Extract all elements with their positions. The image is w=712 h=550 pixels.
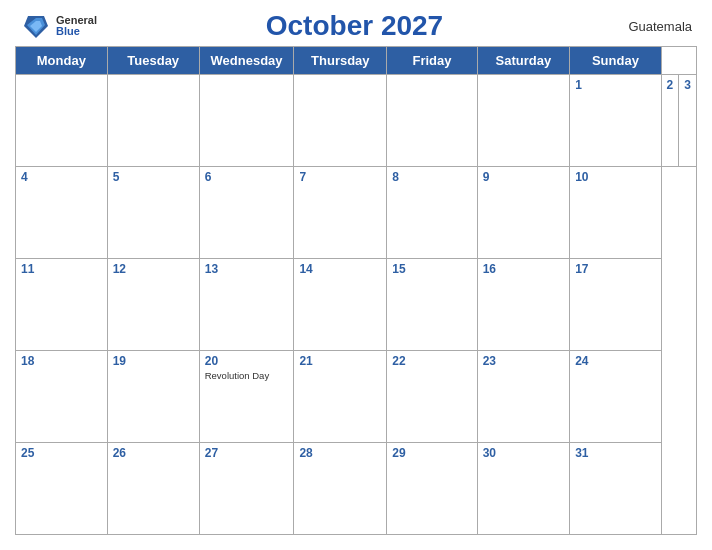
date-number: 18 [21, 354, 102, 368]
cell-w1-d7: 1 [570, 75, 661, 167]
cell-w2-d1: 4 [16, 167, 108, 259]
cell-w2-d3: 6 [199, 167, 294, 259]
cell-w4-d2: 19 [107, 351, 199, 443]
date-number: 2 [667, 78, 674, 92]
date-number: 31 [575, 446, 655, 460]
date-number: 15 [392, 262, 471, 276]
date-number: 13 [205, 262, 289, 276]
cell-w1-d8: 2 [661, 75, 679, 167]
cell-w3-d7: 17 [570, 259, 661, 351]
cell-w3-d3: 13 [199, 259, 294, 351]
cell-w5-d5: 29 [387, 443, 477, 535]
date-number: 25 [21, 446, 102, 460]
cell-w5-d2: 26 [107, 443, 199, 535]
cell-w1-d9: 3 [679, 75, 697, 167]
cell-w3-d2: 12 [107, 259, 199, 351]
cell-w2-d5: 8 [387, 167, 477, 259]
date-number: 3 [684, 78, 691, 92]
header-thursday: Thursday [294, 47, 387, 75]
date-number: 16 [483, 262, 565, 276]
cell-w4-d7: 24 [570, 351, 661, 443]
week-row-3: 11121314151617 [16, 259, 697, 351]
cell-w2-d6: 9 [477, 167, 570, 259]
week-row-4: 181920Revolution Day21222324 [16, 351, 697, 443]
holiday-label: Revolution Day [205, 370, 289, 381]
date-number: 26 [113, 446, 194, 460]
date-number: 21 [299, 354, 381, 368]
cell-w4-d5: 22 [387, 351, 477, 443]
date-number: 24 [575, 354, 655, 368]
date-number: 30 [483, 446, 565, 460]
date-number: 20 [205, 354, 289, 368]
date-number: 23 [483, 354, 565, 368]
logo-icon [20, 12, 52, 40]
cell-w5-d1: 25 [16, 443, 108, 535]
logo: General Blue [20, 12, 97, 40]
header-sunday: Sunday [570, 47, 661, 75]
country-label: Guatemala [612, 19, 692, 34]
cell-w5-d6: 30 [477, 443, 570, 535]
logo-text: General Blue [56, 15, 97, 37]
date-number: 17 [575, 262, 655, 276]
calendar-table: Monday Tuesday Wednesday Thursday Friday… [15, 46, 697, 535]
cell-w5-d7: 31 [570, 443, 661, 535]
cell-w4-d1: 18 [16, 351, 108, 443]
date-number: 27 [205, 446, 289, 460]
date-number: 6 [205, 170, 289, 184]
date-number: 12 [113, 262, 194, 276]
cell-w4-d4: 21 [294, 351, 387, 443]
date-number: 10 [575, 170, 655, 184]
header-monday: Monday [16, 47, 108, 75]
month-title: October 2027 [97, 10, 612, 42]
header-tuesday: Tuesday [107, 47, 199, 75]
cell-w1-d1 [16, 75, 108, 167]
cell-w1-d4 [294, 75, 387, 167]
cell-w4-d3: 20Revolution Day [199, 351, 294, 443]
date-number: 29 [392, 446, 471, 460]
header-wednesday: Wednesday [199, 47, 294, 75]
header-friday: Friday [387, 47, 477, 75]
date-number: 7 [299, 170, 381, 184]
date-number: 1 [575, 78, 655, 92]
cell-w1-d2 [107, 75, 199, 167]
cell-w1-d3 [199, 75, 294, 167]
calendar-header: General Blue October 2027 Guatemala [15, 10, 697, 42]
cell-w2-d2: 5 [107, 167, 199, 259]
date-number: 5 [113, 170, 194, 184]
week-row-2: 45678910 [16, 167, 697, 259]
date-number: 28 [299, 446, 381, 460]
cell-w5-d4: 28 [294, 443, 387, 535]
cell-w3-d5: 15 [387, 259, 477, 351]
cell-w2-d4: 7 [294, 167, 387, 259]
date-number: 4 [21, 170, 102, 184]
header-saturday: Saturday [477, 47, 570, 75]
cell-w4-d6: 23 [477, 351, 570, 443]
date-number: 9 [483, 170, 565, 184]
date-number: 14 [299, 262, 381, 276]
cell-w1-d5 [387, 75, 477, 167]
date-number: 19 [113, 354, 194, 368]
cell-w1-d6 [477, 75, 570, 167]
date-number: 11 [21, 262, 102, 276]
week-row-5: 25262728293031 [16, 443, 697, 535]
cell-w5-d3: 27 [199, 443, 294, 535]
week-row-1: 123 [16, 75, 697, 167]
date-number: 22 [392, 354, 471, 368]
day-header-row: Monday Tuesday Wednesday Thursday Friday… [16, 47, 697, 75]
cell-w2-d7: 10 [570, 167, 661, 259]
cell-w3-d4: 14 [294, 259, 387, 351]
logo-blue-text: Blue [56, 26, 97, 37]
cell-w3-d1: 11 [16, 259, 108, 351]
date-number: 8 [392, 170, 471, 184]
cell-w3-d6: 16 [477, 259, 570, 351]
